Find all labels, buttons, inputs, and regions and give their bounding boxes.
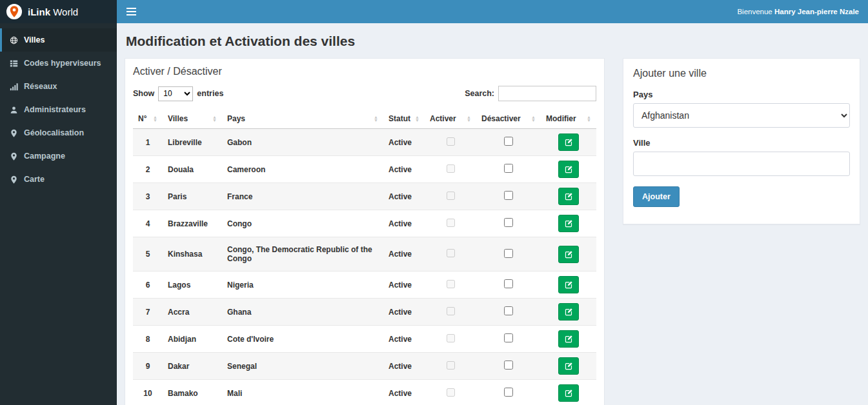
edit-button[interactable] bbox=[558, 384, 579, 402]
sort-icon[interactable]: ▲▼ bbox=[531, 115, 536, 122]
edit-button[interactable] bbox=[558, 276, 579, 293]
sort-icon[interactable]: ▲▼ bbox=[374, 115, 378, 122]
activer-cell bbox=[425, 353, 476, 380]
activer-checkbox[interactable] bbox=[447, 307, 455, 315]
edit-button[interactable] bbox=[558, 215, 579, 232]
edit-button[interactable] bbox=[558, 188, 579, 205]
ajouter-button[interactable]: Ajouter bbox=[633, 186, 680, 207]
activer-checkbox[interactable] bbox=[447, 334, 455, 342]
pays-cell: Senegal bbox=[222, 353, 383, 380]
desactiver-checkbox[interactable] bbox=[504, 249, 513, 258]
page-length-control: Show 10 entries bbox=[133, 86, 223, 101]
edit-icon bbox=[565, 389, 573, 397]
desactiver-checkbox[interactable] bbox=[504, 388, 513, 397]
statut-cell: Active bbox=[383, 326, 425, 353]
edit-button[interactable] bbox=[558, 357, 579, 375]
ville-label: Ville bbox=[633, 138, 850, 148]
activer-checkbox[interactable] bbox=[447, 137, 455, 146]
column-header[interactable]: Activer▲▼ bbox=[425, 109, 476, 129]
activer-checkbox[interactable] bbox=[447, 361, 455, 370]
brand[interactable]: iLink World bbox=[0, 0, 117, 23]
activer-checkbox[interactable] bbox=[447, 164, 455, 173]
user-icon bbox=[10, 106, 18, 114]
desactiver-cell bbox=[476, 326, 541, 353]
edit-icon bbox=[565, 362, 573, 370]
activer-checkbox[interactable] bbox=[447, 249, 455, 257]
pays-select[interactable]: Afghanistan bbox=[633, 103, 850, 128]
welcome-user[interactable]: Hanry Jean-pierre Nzale bbox=[774, 8, 859, 15]
activer-cell bbox=[425, 237, 476, 272]
sidebar-item-r-seaux[interactable]: Réseaux bbox=[0, 75, 117, 98]
datatable-controls: Show 10 entries Search: bbox=[133, 86, 596, 101]
modifier-cell bbox=[541, 380, 596, 405]
sidebar-item-g-olocalisation[interactable]: Géolocalisation bbox=[0, 121, 117, 144]
pays-cell: Congo, The Democratic Republic of the Co… bbox=[222, 237, 383, 272]
activer-cell bbox=[425, 183, 476, 210]
desactiver-checkbox[interactable] bbox=[504, 333, 513, 342]
desactiver-checkbox[interactable] bbox=[504, 306, 513, 315]
modifier-cell bbox=[541, 272, 596, 299]
row-number-cell: 9 bbox=[133, 353, 163, 380]
activer-checkbox[interactable] bbox=[447, 219, 455, 227]
edit-button[interactable] bbox=[558, 303, 579, 321]
edit-button[interactable] bbox=[558, 161, 579, 178]
sort-icon[interactable]: ▲▼ bbox=[212, 115, 217, 122]
sort-icon[interactable]: ▲▼ bbox=[153, 115, 157, 122]
row-number-cell: 1 bbox=[133, 129, 163, 156]
sort-icon[interactable]: ▲▼ bbox=[587, 115, 591, 122]
desactiver-checkbox[interactable] bbox=[504, 164, 513, 173]
column-header[interactable]: Villes▲▼ bbox=[163, 109, 222, 129]
activer-checkbox[interactable] bbox=[447, 280, 455, 288]
desactiver-checkbox[interactable] bbox=[504, 191, 513, 200]
sidebar-item-campagne[interactable]: Campagne bbox=[0, 144, 117, 168]
row-number-cell: 2 bbox=[133, 156, 163, 183]
desactiver-checkbox[interactable] bbox=[504, 218, 513, 227]
pays-cell: Mali bbox=[222, 380, 383, 405]
edit-icon bbox=[565, 308, 573, 316]
desactiver-checkbox[interactable] bbox=[504, 279, 513, 288]
edit-icon bbox=[565, 138, 573, 146]
column-header[interactable]: N°▲▼ bbox=[133, 109, 163, 129]
pays-cell: Ghana bbox=[222, 299, 383, 326]
modifier-cell bbox=[541, 353, 596, 380]
sort-icon[interactable]: ▲▼ bbox=[415, 115, 419, 122]
column-header[interactable]: Statut▲▼ bbox=[383, 109, 425, 129]
column-header[interactable]: Désactiver▲▼ bbox=[476, 109, 541, 129]
desactiver-checkbox[interactable] bbox=[504, 361, 513, 370]
sidebar-toggle-icon[interactable] bbox=[117, 0, 146, 23]
entries-label: entries bbox=[197, 89, 223, 98]
sidebar-item-administrateurs[interactable]: Administrateurs bbox=[0, 98, 117, 121]
desactiver-cell bbox=[476, 129, 541, 156]
welcome-text: Bienvenue Hanry Jean-pierre Nzale bbox=[737, 8, 868, 15]
edit-icon bbox=[565, 335, 573, 343]
sidebar-item-codes-hyperviseurs[interactable]: Codes hyperviseurs bbox=[0, 52, 117, 75]
sidebar-item-carte[interactable]: Carte bbox=[0, 168, 117, 191]
ville-cell: Bamako bbox=[163, 380, 222, 405]
edit-button[interactable] bbox=[558, 133, 579, 151]
modifier-cell bbox=[541, 326, 596, 353]
activer-checkbox[interactable] bbox=[447, 192, 455, 200]
edit-button[interactable] bbox=[558, 330, 579, 348]
table-row: 8AbidjanCote d'IvoireActive bbox=[133, 326, 596, 353]
sidebar-item-villes[interactable]: Villes bbox=[0, 28, 117, 52]
welcome-prefix: Bienvenue bbox=[737, 8, 774, 15]
edit-icon bbox=[565, 281, 573, 289]
column-header[interactable]: Modifier▲▼ bbox=[541, 109, 596, 129]
top-bar: iLink World Bienvenue Hanry Jean-pierre … bbox=[0, 0, 868, 23]
activer-cell bbox=[425, 380, 476, 405]
modifier-cell bbox=[541, 210, 596, 237]
table-row: 2DoualaCameroonActive bbox=[133, 156, 596, 183]
sort-icon[interactable]: ▲▼ bbox=[467, 115, 471, 122]
search-input[interactable] bbox=[498, 86, 596, 101]
page-length-select[interactable]: 10 bbox=[158, 86, 193, 101]
table-row: 7AccraGhanaActive bbox=[133, 299, 596, 326]
search-control: Search: bbox=[465, 86, 596, 101]
desactiver-checkbox[interactable] bbox=[504, 137, 513, 146]
activer-cell bbox=[425, 129, 476, 156]
column-header[interactable]: Pays▲▼ bbox=[222, 109, 383, 129]
ville-cell: Lagos bbox=[163, 272, 222, 299]
row-number-cell: 7 bbox=[133, 299, 163, 326]
ville-input[interactable] bbox=[633, 152, 850, 176]
edit-button[interactable] bbox=[558, 246, 579, 263]
activer-checkbox[interactable] bbox=[447, 388, 455, 397]
